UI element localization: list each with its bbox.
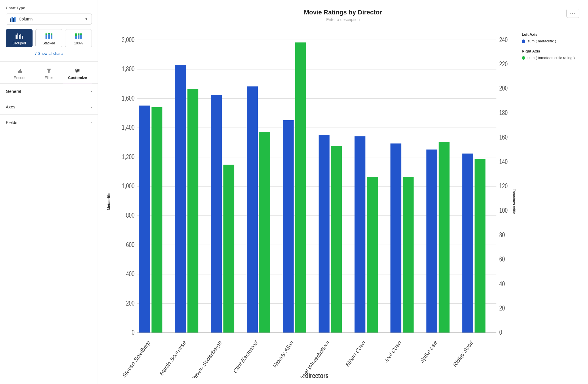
bar-green-2 — [223, 165, 234, 333]
bar-blue-5 — [319, 135, 330, 333]
svg-text:100: 100 — [499, 206, 508, 214]
accordion-axes[interactable]: Axes › — [0, 99, 98, 114]
grouped-button[interactable]: Grouped — [6, 29, 33, 47]
tab-encode[interactable]: Encode — [6, 65, 35, 83]
accordion-general[interactable]: General › — [0, 83, 98, 99]
chart-title: Movie Ratings by Director — [107, 9, 579, 16]
chart-type-text: Column — [19, 17, 85, 21]
legend-metacritic-text: sum ( metacritic ) — [528, 39, 556, 43]
show-all-charts-link[interactable]: ∨ Show all charts — [0, 51, 98, 56]
encode-icon — [18, 68, 23, 74]
svg-rect-13 — [51, 35, 52, 39]
accordion-fields[interactable]: Fields › — [0, 114, 98, 130]
svg-text:Ridley Scott: Ridley Scott — [452, 338, 474, 368]
svg-rect-0 — [10, 18, 11, 22]
legend-right-axis-label: Right Axis — [522, 49, 576, 53]
svg-rect-19 — [80, 35, 82, 39]
stacked-button[interactable]: Stacked — [35, 29, 62, 47]
tab-customize[interactable]: Customize — [63, 65, 92, 83]
svg-text:400: 400 — [126, 270, 135, 278]
legend-tomatoes-text: sum ( tomatoes critic rating ) — [528, 56, 575, 60]
sidebar: Chart Type Column ▼ Gro — [0, 0, 98, 384]
chart-subtitle: Enter a description — [107, 17, 579, 22]
filter-icon — [46, 68, 52, 74]
svg-text:1,400: 1,400 — [122, 123, 134, 131]
svg-rect-8 — [22, 36, 23, 39]
bar-blue-8 — [426, 150, 437, 333]
percent-button[interactable]: 100% — [65, 29, 92, 47]
tab-bar: Encode Filter Customize — [0, 62, 98, 83]
chart-inner: 0 200 400 600 800 1,000 1,200 1,400 1,60… — [112, 25, 511, 378]
bar-green-0 — [151, 107, 162, 333]
svg-text:200: 200 — [499, 84, 508, 92]
legend-panel: Left Axis sum ( metacritic ) Right Axis … — [516, 25, 579, 378]
bar-blue-9 — [462, 154, 473, 333]
svg-text:Steven Soderbergh: Steven Soderbergh — [190, 339, 223, 378]
svg-text:20: 20 — [499, 304, 505, 312]
svg-rect-4 — [16, 35, 17, 39]
bar-green-6 — [367, 177, 378, 333]
bar-green-9 — [475, 159, 485, 333]
bar-blue-2 — [211, 95, 222, 333]
y-axis-left-label: Metacritic — [107, 25, 111, 378]
bar-green-3 — [259, 132, 270, 333]
svg-text:60: 60 — [499, 255, 505, 263]
svg-marker-25 — [47, 69, 51, 73]
svg-text:1,600: 1,600 — [122, 94, 134, 102]
grouped-label: Grouped — [12, 41, 26, 45]
column-chart-icon — [10, 16, 16, 22]
svg-text:180: 180 — [499, 109, 508, 117]
bar-blue-6 — [354, 136, 365, 333]
svg-text:220: 220 — [499, 60, 508, 68]
general-label: General — [6, 89, 21, 94]
svg-text:Ethan Coen: Ethan Coen — [345, 339, 366, 368]
svg-rect-9 — [45, 35, 47, 39]
svg-rect-22 — [19, 70, 20, 73]
svg-text:Spike Lee: Spike Lee — [419, 339, 438, 364]
bar-blue-4 — [283, 120, 294, 333]
svg-text:1,000: 1,000 — [122, 182, 134, 190]
legend-metacritic: sum ( metacritic ) — [522, 39, 576, 43]
fields-label: Fields — [6, 120, 17, 125]
svg-rect-11 — [48, 34, 50, 39]
svg-text:140: 140 — [499, 158, 508, 166]
svg-text:80: 80 — [499, 231, 505, 239]
y-axis-right-label: Tomatoes critic — [512, 25, 516, 378]
bar-green-5 — [331, 146, 342, 333]
more-options-button[interactable]: ··· — [566, 9, 579, 18]
customize-icon — [75, 68, 80, 74]
bar-green-4 — [295, 42, 306, 333]
chart-container: Metacritic — [107, 25, 579, 378]
legend-left-axis-label: Left Axis — [522, 32, 576, 37]
bar-blue-7 — [390, 144, 401, 333]
svg-text:1,800: 1,800 — [122, 65, 134, 73]
svg-rect-18 — [78, 33, 79, 35]
bar-blue-0 — [139, 106, 150, 333]
svg-text:0: 0 — [132, 329, 134, 337]
tab-filter[interactable]: Filter — [35, 65, 63, 83]
legend-blue-dot — [522, 39, 525, 43]
bar-green-7 — [403, 177, 414, 333]
svg-point-31 — [76, 71, 77, 72]
bar-green-1 — [187, 89, 198, 333]
svg-rect-2 — [13, 18, 14, 22]
svg-text:Martin Scorsese: Martin Scorsese — [159, 339, 187, 377]
svg-text:directors: directors — [305, 371, 329, 378]
svg-text:Woody Allen: Woody Allen — [272, 339, 294, 370]
svg-rect-17 — [78, 35, 79, 39]
legend-green-dot — [522, 56, 525, 60]
chart-type-dropdown[interactable]: Column ▼ — [6, 14, 92, 25]
svg-text:0: 0 — [499, 329, 502, 337]
svg-rect-15 — [75, 36, 77, 39]
bar-blue-1 — [175, 65, 186, 333]
svg-rect-12 — [48, 33, 50, 34]
svg-text:600: 600 — [126, 241, 135, 249]
percent-label: 100% — [74, 41, 83, 45]
stacked-label: Stacked — [43, 41, 55, 45]
svg-point-29 — [76, 69, 77, 70]
svg-text:240: 240 — [499, 36, 508, 44]
dropdown-arrow-icon: ▼ — [85, 17, 88, 21]
svg-text:800: 800 — [126, 211, 135, 219]
general-arrow-icon: › — [90, 89, 92, 94]
svg-rect-6 — [19, 35, 20, 39]
